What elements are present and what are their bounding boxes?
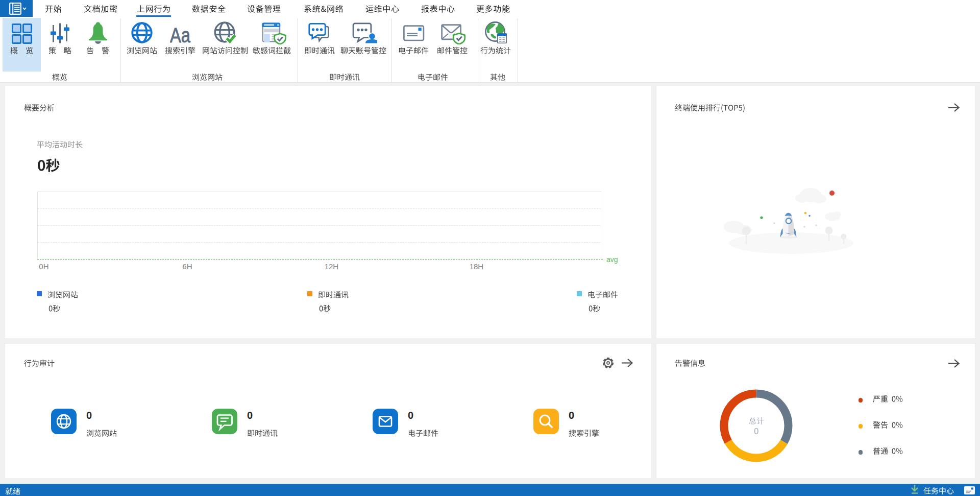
svg-text:Aa: Aa [170,24,191,44]
